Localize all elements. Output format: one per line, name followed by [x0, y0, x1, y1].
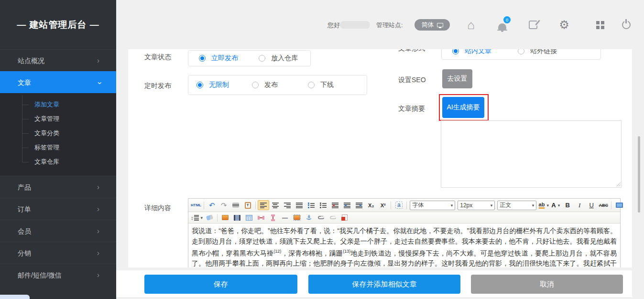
submenu-item-article-warehouse[interactable]: 文章仓库 [0, 155, 116, 169]
caret-down-icon: ▾ [491, 203, 493, 208]
offline-radio[interactable] [308, 82, 315, 88]
to-warehouse-label[interactable]: 放入仓库 [271, 54, 298, 63]
insert-table-button[interactable] [243, 213, 255, 223]
summary-textarea[interactable] [441, 120, 622, 188]
timed-publish-radio-group: 无限制 发布 下线 [188, 75, 367, 95]
editor-content[interactable]: 我说道：“爸爸，你走吧。”他往车外看了看，说：“我买几个橘子去。你就在此地，不要… [188, 224, 620, 267]
anchor-button[interactable]: ⚓ [303, 213, 315, 223]
highlight-color-button[interactable]: ab ▾ [538, 200, 549, 210]
align-right-button[interactable] [282, 200, 293, 210]
notifications-button[interactable]: 0 [495, 18, 509, 32]
ai-generate-summary-button[interactable]: AI生成摘要 [442, 97, 484, 118]
char-border-button[interactable]: a [393, 200, 404, 210]
import-word-button[interactable] [339, 213, 350, 223]
logout-button[interactable] [620, 18, 633, 32]
remove-link-button[interactable] [327, 213, 338, 223]
sidebar-item-members[interactable]: 会员 › [0, 220, 116, 242]
toolbar-separator [255, 202, 256, 209]
insert-image-button[interactable] [219, 213, 231, 223]
horizontal-rule-button[interactable]: — [279, 213, 291, 223]
remove-format-button[interactable] [204, 213, 215, 223]
font-size-select[interactable]: 12px ▾ [458, 201, 495, 210]
font-family-select[interactable]: 字体 ▾ [410, 201, 455, 210]
bold-button[interactable]: B [562, 200, 573, 210]
html-source-button[interactable]: HTML [190, 200, 202, 210]
article-type-label: 文章形式 [398, 49, 425, 53]
vertical-scrollbar-thumb[interactable] [638, 136, 640, 213]
line-height-button[interactable]: ↕ ▾ [190, 213, 203, 223]
print-icon [232, 203, 239, 208]
language-button[interactable]: 简体 [415, 19, 450, 31]
redo-button[interactable]: ↷ [218, 200, 229, 210]
cancel-button[interactable]: 取消 [471, 275, 623, 294]
font-color-button[interactable]: A ▾ [550, 200, 561, 210]
indent-button[interactable] [341, 200, 353, 210]
main-region: 您好 管理站点: 简体 ⌂ 0 ⚙ [116, 0, 644, 299]
underline-button[interactable]: U [586, 200, 597, 210]
form-panel: 文章形式 站内文章 站外链接 文章状态 立即发布 放入仓库 定时发布 无限制 [128, 49, 632, 267]
settings-button[interactable]: ⚙ [557, 18, 571, 32]
chevron-right-icon: › [97, 50, 99, 72]
italic-button[interactable]: I [574, 200, 585, 210]
first-line-indent-button[interactable] [329, 200, 341, 210]
sidebar-item-mail-sms-wechat[interactable]: 邮件/短信/微信 › [0, 264, 116, 286]
seo-setup-button[interactable]: 去设置 [442, 69, 472, 88]
align-left-button[interactable] [258, 200, 269, 210]
ordered-list-button[interactable] [306, 200, 317, 210]
edit-icon [529, 21, 537, 29]
sidebar-item-site-overview[interactable]: 站点概况 › [0, 49, 116, 71]
submenu-item-article-management[interactable]: 文章管理 [0, 112, 116, 126]
submenu-item-article-category[interactable]: 文章分类 [0, 126, 116, 140]
offline-label[interactable]: 下线 [320, 81, 334, 89]
publish-radio[interactable] [252, 82, 259, 88]
publish-now-label[interactable]: 立即发布 [211, 54, 238, 63]
header-icons: ⌂ 0 ⚙ [464, 17, 633, 32]
publish-label[interactable]: 发布 [264, 81, 278, 89]
caret-down-icon: ▾ [451, 203, 453, 208]
article-type-internal-radio[interactable] [452, 49, 459, 54]
fullscreen-button[interactable] [613, 200, 625, 210]
publish-now-radio[interactable] [199, 55, 206, 62]
superscript-button[interactable]: X² [377, 200, 389, 210]
sidebar-item-distribution[interactable]: 分销 › [0, 242, 116, 264]
home-button[interactable]: ⌂ [464, 18, 478, 32]
justify-button[interactable] [294, 200, 305, 210]
edit-button[interactable] [526, 18, 540, 32]
sidebar-item-orders[interactable]: 订单 › [0, 198, 116, 220]
strikethrough-button[interactable]: ABC [598, 200, 609, 210]
article-type-external-label[interactable]: 站外链接 [530, 49, 557, 55]
no-limit-label[interactable]: 无限制 [209, 81, 229, 89]
no-limit-radio[interactable] [196, 82, 203, 88]
image-map-button[interactable] [291, 213, 303, 223]
article-type-internal-label[interactable]: 站内文章 [465, 49, 491, 55]
to-warehouse-radio[interactable] [259, 55, 265, 62]
article-type-external-radio[interactable] [518, 49, 524, 54]
image-map-icon [294, 215, 300, 220]
submenu-item-label: 添加文章 [34, 101, 59, 108]
top-bar: 您好 管理站点: 简体 ⌂ 0 ⚙ [116, 0, 644, 49]
undo-button[interactable]: ↶ [206, 200, 218, 210]
eraser-icon [206, 214, 213, 221]
subscript-button[interactable]: X₂ [365, 200, 377, 210]
split-page-button[interactable] [267, 213, 279, 223]
insert-video-button[interactable] [231, 213, 243, 223]
paragraph-format-select[interactable]: 正文 ▾ [497, 201, 536, 210]
save-and-add-similar-button[interactable]: 保存并添加相似文章 [308, 275, 460, 294]
save-button[interactable]: 保存 [144, 275, 297, 294]
sidebar-item-articles[interactable]: 文章 › [0, 71, 116, 93]
unordered-list-button[interactable] [317, 200, 329, 210]
paste-plain-button[interactable]: T [242, 200, 253, 210]
summary-label: 文章摘要 [398, 105, 425, 113]
insert-link-button[interactable] [315, 213, 327, 223]
submenu-item-add-article[interactable]: 添加文章 [0, 97, 116, 112]
sidebar-item-products[interactable]: 产品 › [0, 176, 116, 198]
align-center-button[interactable] [270, 200, 281, 210]
submenu-item-tag-management[interactable]: 标签管理 [0, 140, 116, 155]
toolbar-separator [611, 202, 611, 209]
print-button[interactable] [230, 200, 241, 210]
apps-button[interactable] [589, 18, 602, 32]
align-center-icon [272, 203, 279, 208]
redo-icon: ↷ [221, 202, 227, 209]
page-break-button[interactable] [255, 213, 267, 223]
outdent-button[interactable] [353, 200, 365, 210]
